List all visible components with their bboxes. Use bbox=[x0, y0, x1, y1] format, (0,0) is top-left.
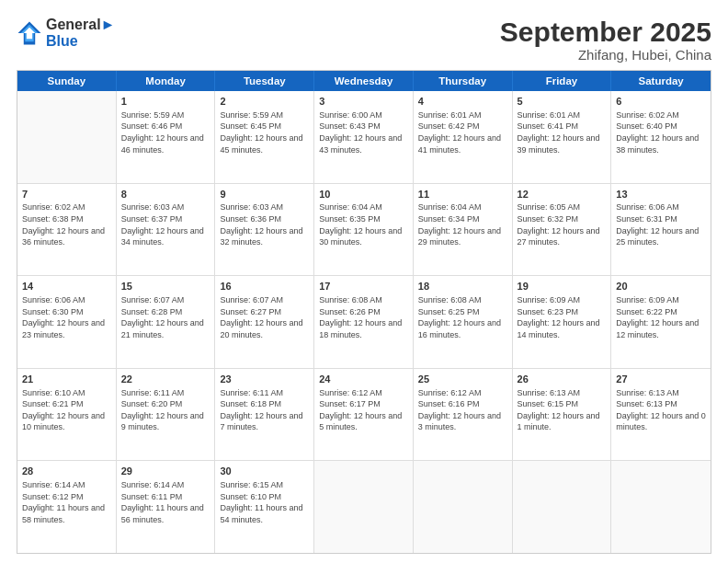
header-day-thursday: Thursday bbox=[414, 71, 513, 91]
day-number: 12 bbox=[518, 188, 607, 201]
day-info: Sunrise: 6:03 AMSunset: 6:37 PMDaylight:… bbox=[121, 201, 210, 247]
day-number: 11 bbox=[418, 188, 507, 201]
calendar-day-1: 1Sunrise: 5:59 AMSunset: 6:46 PMDaylight… bbox=[117, 91, 216, 183]
calendar-header: SundayMondayTuesdayWednesdayThursdayFrid… bbox=[17, 71, 711, 91]
calendar-day-8: 8Sunrise: 6:03 AMSunset: 6:37 PMDaylight… bbox=[117, 184, 216, 276]
calendar-day-24: 24Sunrise: 6:12 AMSunset: 6:17 PMDayligh… bbox=[314, 369, 414, 461]
calendar-empty bbox=[17, 91, 117, 183]
day-number: 23 bbox=[220, 373, 309, 386]
calendar-day-10: 10Sunrise: 6:04 AMSunset: 6:35 PMDayligh… bbox=[314, 184, 414, 276]
day-info: Sunrise: 6:04 AMSunset: 6:35 PMDaylight:… bbox=[319, 201, 408, 247]
day-number: 4 bbox=[418, 95, 507, 109]
calendar-day-16: 16Sunrise: 6:07 AMSunset: 6:27 PMDayligh… bbox=[215, 276, 314, 368]
calendar-day-23: 23Sunrise: 6:11 AMSunset: 6:18 PMDayligh… bbox=[215, 369, 314, 461]
page: General► Blue September 2025 Zhifang, Hu… bbox=[0, 0, 728, 563]
header: General► Blue September 2025 Zhifang, Hu… bbox=[17, 17, 711, 63]
day-number: 7 bbox=[22, 188, 111, 201]
calendar-day-25: 25Sunrise: 6:12 AMSunset: 6:16 PMDayligh… bbox=[414, 369, 513, 461]
day-info: Sunrise: 6:13 AMSunset: 6:13 PMDaylight:… bbox=[616, 387, 706, 433]
day-number: 30 bbox=[220, 465, 309, 478]
calendar-day-30: 30Sunrise: 6:15 AMSunset: 6:10 PMDayligh… bbox=[215, 461, 314, 553]
day-number: 24 bbox=[319, 373, 408, 386]
calendar-day-28: 28Sunrise: 6:14 AMSunset: 6:12 PMDayligh… bbox=[17, 461, 117, 553]
calendar-day-15: 15Sunrise: 6:07 AMSunset: 6:28 PMDayligh… bbox=[117, 276, 216, 368]
day-number: 16 bbox=[220, 280, 309, 293]
month-title: September 2025 bbox=[500, 17, 711, 47]
title-block: September 2025 Zhifang, Hubei, China bbox=[500, 17, 711, 63]
day-info: Sunrise: 6:01 AMSunset: 6:42 PMDaylight:… bbox=[418, 109, 507, 155]
day-number: 15 bbox=[121, 280, 210, 293]
day-info: Sunrise: 6:12 AMSunset: 6:17 PMDaylight:… bbox=[319, 387, 408, 433]
day-info: Sunrise: 6:12 AMSunset: 6:16 PMDaylight:… bbox=[418, 387, 507, 433]
day-number: 14 bbox=[22, 280, 111, 293]
calendar-day-9: 9Sunrise: 6:03 AMSunset: 6:36 PMDaylight… bbox=[215, 184, 314, 276]
day-number: 29 bbox=[121, 465, 210, 478]
day-info: Sunrise: 6:06 AMSunset: 6:30 PMDaylight:… bbox=[22, 294, 111, 340]
calendar-week-2: 7Sunrise: 6:02 AMSunset: 6:38 PMDaylight… bbox=[17, 184, 711, 277]
calendar-empty bbox=[611, 461, 711, 553]
header-day-tuesday: Tuesday bbox=[215, 71, 314, 91]
day-info: Sunrise: 6:08 AMSunset: 6:25 PMDaylight:… bbox=[418, 294, 507, 340]
calendar-week-1: 1Sunrise: 5:59 AMSunset: 6:46 PMDaylight… bbox=[17, 91, 711, 184]
day-number: 10 bbox=[319, 188, 408, 201]
day-info: Sunrise: 6:07 AMSunset: 6:28 PMDaylight:… bbox=[121, 294, 210, 340]
day-info: Sunrise: 6:06 AMSunset: 6:31 PMDaylight:… bbox=[616, 201, 706, 247]
header-day-sunday: Sunday bbox=[17, 71, 117, 91]
day-info: Sunrise: 6:03 AMSunset: 6:36 PMDaylight:… bbox=[220, 201, 309, 247]
day-number: 6 bbox=[616, 95, 706, 109]
calendar-day-2: 2Sunrise: 5:59 AMSunset: 6:45 PMDaylight… bbox=[215, 91, 314, 183]
day-number: 5 bbox=[518, 95, 607, 109]
calendar-day-6: 6Sunrise: 6:02 AMSunset: 6:40 PMDaylight… bbox=[611, 91, 711, 183]
day-info: Sunrise: 6:14 AMSunset: 6:11 PMDaylight:… bbox=[121, 479, 210, 525]
calendar-day-21: 21Sunrise: 6:10 AMSunset: 6:21 PMDayligh… bbox=[17, 369, 117, 461]
day-info: Sunrise: 6:02 AMSunset: 6:40 PMDaylight:… bbox=[616, 109, 706, 155]
day-number: 26 bbox=[518, 373, 607, 386]
day-info: Sunrise: 6:05 AMSunset: 6:32 PMDaylight:… bbox=[518, 201, 607, 247]
header-day-friday: Friday bbox=[513, 71, 612, 91]
day-number: 2 bbox=[220, 95, 309, 109]
day-number: 25 bbox=[418, 373, 507, 386]
day-info: Sunrise: 6:15 AMSunset: 6:10 PMDaylight:… bbox=[220, 479, 309, 525]
day-info: Sunrise: 6:14 AMSunset: 6:12 PMDaylight:… bbox=[22, 479, 111, 525]
calendar-day-19: 19Sunrise: 6:09 AMSunset: 6:23 PMDayligh… bbox=[513, 276, 612, 368]
calendar-empty bbox=[314, 461, 414, 553]
day-number: 3 bbox=[319, 95, 408, 109]
day-info: Sunrise: 6:11 AMSunset: 6:20 PMDaylight:… bbox=[121, 387, 210, 433]
calendar-empty bbox=[513, 461, 612, 553]
day-number: 19 bbox=[518, 280, 607, 293]
header-day-wednesday: Wednesday bbox=[314, 71, 414, 91]
calendar-day-14: 14Sunrise: 6:06 AMSunset: 6:30 PMDayligh… bbox=[17, 276, 117, 368]
header-day-monday: Monday bbox=[117, 71, 216, 91]
day-info: Sunrise: 6:04 AMSunset: 6:34 PMDaylight:… bbox=[418, 201, 507, 247]
calendar-day-13: 13Sunrise: 6:06 AMSunset: 6:31 PMDayligh… bbox=[611, 184, 711, 276]
logo-text: General► Blue bbox=[46, 17, 115, 51]
day-number: 8 bbox=[121, 188, 210, 201]
day-info: Sunrise: 5:59 AMSunset: 6:45 PMDaylight:… bbox=[220, 109, 309, 155]
day-info: Sunrise: 6:13 AMSunset: 6:15 PMDaylight:… bbox=[518, 387, 607, 433]
day-info: Sunrise: 6:09 AMSunset: 6:22 PMDaylight:… bbox=[616, 294, 706, 340]
calendar-day-4: 4Sunrise: 6:01 AMSunset: 6:42 PMDaylight… bbox=[414, 91, 513, 183]
day-info: Sunrise: 6:10 AMSunset: 6:21 PMDaylight:… bbox=[22, 387, 111, 433]
day-info: Sunrise: 6:02 AMSunset: 6:38 PMDaylight:… bbox=[22, 201, 111, 247]
calendar: SundayMondayTuesdayWednesdayThursdayFrid… bbox=[17, 70, 711, 554]
calendar-day-12: 12Sunrise: 6:05 AMSunset: 6:32 PMDayligh… bbox=[513, 184, 612, 276]
calendar-day-27: 27Sunrise: 6:13 AMSunset: 6:13 PMDayligh… bbox=[611, 369, 711, 461]
day-number: 18 bbox=[418, 280, 507, 293]
calendar-day-20: 20Sunrise: 6:09 AMSunset: 6:22 PMDayligh… bbox=[611, 276, 711, 368]
calendar-body: 1Sunrise: 5:59 AMSunset: 6:46 PMDaylight… bbox=[17, 91, 711, 553]
day-info: Sunrise: 6:11 AMSunset: 6:18 PMDaylight:… bbox=[220, 387, 309, 433]
calendar-week-5: 28Sunrise: 6:14 AMSunset: 6:12 PMDayligh… bbox=[17, 461, 711, 553]
calendar-empty bbox=[414, 461, 513, 553]
calendar-day-18: 18Sunrise: 6:08 AMSunset: 6:25 PMDayligh… bbox=[414, 276, 513, 368]
header-day-saturday: Saturday bbox=[611, 71, 711, 91]
day-number: 22 bbox=[121, 373, 210, 386]
calendar-day-26: 26Sunrise: 6:13 AMSunset: 6:15 PMDayligh… bbox=[513, 369, 612, 461]
calendar-day-22: 22Sunrise: 6:11 AMSunset: 6:20 PMDayligh… bbox=[117, 369, 216, 461]
calendar-day-29: 29Sunrise: 6:14 AMSunset: 6:11 PMDayligh… bbox=[117, 461, 216, 553]
day-info: Sunrise: 6:08 AMSunset: 6:26 PMDaylight:… bbox=[319, 294, 408, 340]
calendar-week-3: 14Sunrise: 6:06 AMSunset: 6:30 PMDayligh… bbox=[17, 276, 711, 369]
day-number: 13 bbox=[616, 188, 706, 201]
location-subtitle: Zhifang, Hubei, China bbox=[500, 47, 711, 63]
calendar-day-3: 3Sunrise: 6:00 AMSunset: 6:43 PMDaylight… bbox=[314, 91, 414, 183]
day-number: 21 bbox=[22, 373, 111, 386]
